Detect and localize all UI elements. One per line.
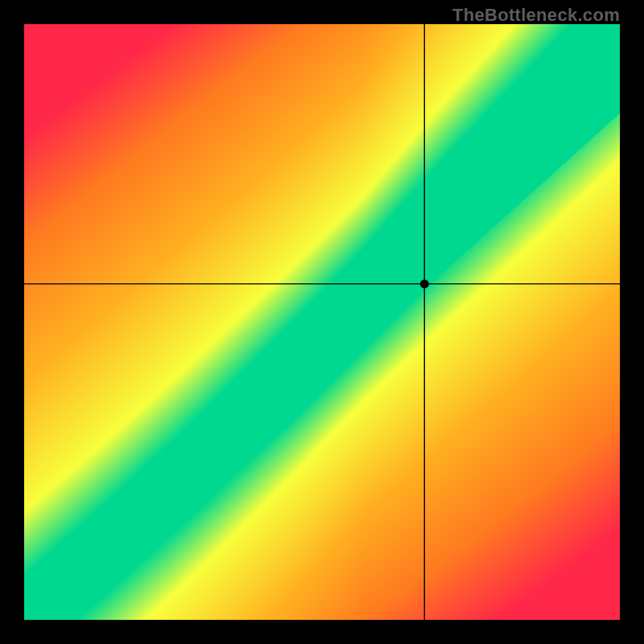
watermark-text: TheBottleneck.com [452, 5, 620, 26]
bottleneck-heatmap [0, 0, 644, 644]
